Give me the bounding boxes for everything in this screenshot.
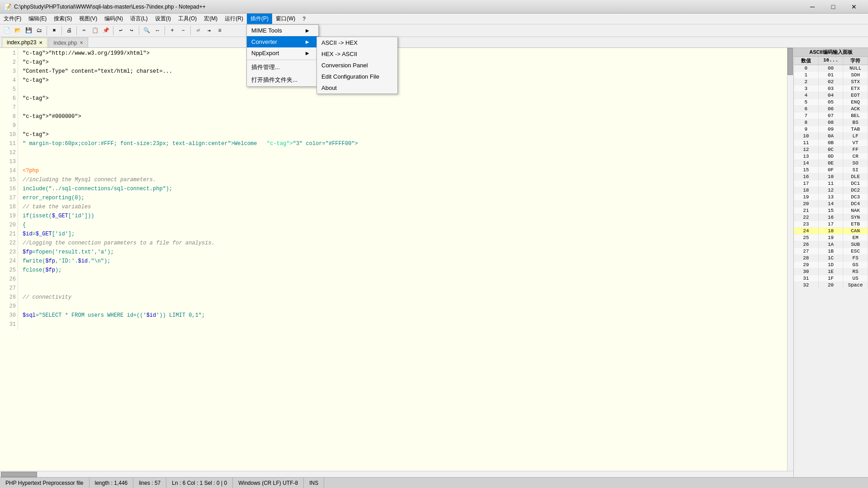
ascii-char: DC2: [843, 187, 868, 193]
format-btn[interactable]: ≡: [215, 26, 225, 36]
code-line: $sql="SELECT * FROM users WHERE id=(('$i…: [23, 312, 205, 319]
paste-btn[interactable]: 📌: [101, 26, 111, 36]
line-numbers: 1234567891011121314151617181920212223242…: [0, 48, 18, 330]
tab-index-php23[interactable]: index.php23 ✕: [2, 38, 47, 47]
new-btn[interactable]: 📄: [2, 26, 12, 36]
menu-language[interactable]: 语言(L): [127, 14, 151, 24]
code-line: $id=$_GET['id'];: [23, 230, 783, 239]
ascii-hex: 02: [819, 79, 844, 85]
code-content[interactable]: "c-tag">"http://www.w3.org/1999/xhtml">"…: [19, 48, 787, 321]
wordwrap-btn[interactable]: ⏎: [193, 26, 203, 36]
menu-macro[interactable]: 宏(M): [200, 14, 221, 24]
ascii-dec: 2: [794, 79, 819, 85]
horizontal-scrollbar[interactable]: [0, 471, 793, 477]
ascii-char: SO: [843, 160, 868, 166]
plugin-dropdown[interactable]: MIME Tools ▶ Converter ▶ NppExport ▶ 插件管…: [246, 24, 319, 87]
ascii-char: ETB: [843, 221, 868, 227]
ascii-char: Space: [843, 282, 868, 288]
tabs-bar: index.php23 ✕ index.php ✕: [0, 37, 868, 48]
plugin-item-manage[interactable]: 插件管理...: [247, 61, 318, 74]
tab-label-1: index.php23: [7, 39, 36, 46]
ascii-row: 4 04 EOT: [794, 92, 868, 99]
code-line: fclose($fp);: [23, 266, 783, 275]
ascii-char: NULL: [843, 65, 868, 71]
open-btn[interactable]: 📂: [13, 26, 23, 36]
ascii-panel-header: ASCII编码输入面板: [794, 48, 868, 57]
status-position: Ln : 6 Col : 1 Sel : 0 | 0: [166, 478, 233, 488]
minimize-button[interactable]: ─: [802, 0, 823, 14]
ascii-char: CR: [843, 153, 868, 160]
plugin-item-mimetools[interactable]: MIME Tools ▶: [247, 25, 318, 36]
undo-btn[interactable]: ↩: [116, 26, 126, 36]
ascii-char: CAN: [843, 228, 868, 234]
menu-edit[interactable]: 编辑(E): [25, 14, 50, 24]
ascii-char: ETX: [843, 85, 868, 92]
close-btn[interactable]: ✖: [49, 26, 59, 36]
tab-close-2[interactable]: ✕: [80, 40, 83, 45]
ascii-char: BEL: [843, 113, 868, 119]
converter-item-hex-ascii[interactable]: HEX -> ASCII: [317, 48, 397, 60]
converter-item-panel[interactable]: Conversion Panel: [317, 60, 397, 71]
close-button[interactable]: ✕: [844, 0, 864, 14]
ascii-row: 2 02 STX: [794, 79, 868, 85]
menu-settings[interactable]: 设置(I): [151, 14, 175, 24]
ascii-dec: 29: [794, 262, 819, 268]
menu-view[interactable]: 视图(V): [75, 14, 101, 24]
submenu-arrow-nppexport: ▶: [306, 51, 309, 56]
ascii-hex: 1F: [819, 275, 844, 282]
indent-btn[interactable]: ⇥: [204, 26, 214, 36]
replace-btn[interactable]: ↔: [152, 26, 162, 36]
tab-label-2: index.php: [53, 40, 77, 46]
save-btn[interactable]: 💾: [24, 26, 33, 36]
ascii-hex: 09: [819, 126, 844, 132]
ascii-col-dec: 数值: [794, 57, 819, 65]
code-line: [23, 121, 783, 130]
find-btn[interactable]: 🔍: [142, 26, 151, 36]
print-btn[interactable]: 🖨: [64, 26, 74, 36]
converter-item-edit-config[interactable]: Edit Configuration File: [317, 71, 397, 82]
menu-help[interactable]: ?: [299, 14, 309, 24]
plugin-item-converter[interactable]: Converter ▶: [247, 36, 318, 47]
ascii-char: DC3: [843, 194, 868, 200]
ascii-row: 16 10 DLE: [794, 174, 868, 180]
menu-plugins[interactable]: 插件(P): [247, 14, 272, 24]
tab-close-1[interactable]: ✕: [39, 40, 42, 45]
ascii-dec: 25: [794, 235, 819, 241]
cut-btn[interactable]: ✂: [79, 26, 89, 36]
code-line: fclose($fp);: [23, 267, 61, 273]
ascii-row: 19 13 DC3: [794, 194, 868, 201]
menu-window[interactable]: 窗口(W): [272, 14, 299, 24]
menu-bar: 文件(F) 编辑(E) 搜索(S) 视图(V) 编码(N) 语言(L) 设置(I…: [0, 14, 868, 24]
menu-run[interactable]: 运行(R): [221, 14, 247, 24]
save-all-btn[interactable]: 🗂: [34, 26, 44, 36]
ascii-hex: 07: [819, 113, 844, 119]
submenu-arrow-converter: ▶: [306, 39, 309, 44]
converter-item-ascii-hex[interactable]: ASCII -> HEX: [317, 37, 397, 48]
ascii-dec: 15: [794, 167, 819, 173]
ascii-row: 18 12 DC2: [794, 187, 868, 194]
zoom-out-btn[interactable]: −: [178, 26, 188, 36]
ascii-hex: 0D: [819, 153, 844, 160]
redo-btn[interactable]: ↪: [127, 26, 137, 36]
converter-submenu[interactable]: ASCII -> HEX HEX -> ASCII Conversion Pan…: [316, 37, 398, 94]
toolbar-sep-1: [47, 26, 47, 35]
zoom-in-btn[interactable]: +: [167, 26, 177, 36]
ascii-char: DC4: [843, 201, 868, 207]
menu-file[interactable]: 文件(F): [0, 14, 25, 24]
plugin-item-open-folder[interactable]: 打开插件文件夹...: [247, 74, 318, 86]
code-editor[interactable]: 1234567891011121314151617181920212223242…: [0, 48, 793, 477]
menu-tools[interactable]: 工具(O): [175, 14, 200, 24]
vertical-scrollbar[interactable]: [787, 48, 793, 477]
ascii-dec: 7: [794, 113, 819, 119]
maximize-button[interactable]: □: [823, 0, 844, 14]
plugin-item-nppexport[interactable]: NppExport ▶: [247, 47, 318, 59]
tab-index-php[interactable]: index.php ✕: [48, 38, 88, 47]
converter-item-about[interactable]: About: [317, 82, 397, 94]
menu-search[interactable]: 搜索(S): [50, 14, 75, 24]
copy-btn[interactable]: 📋: [90, 26, 100, 36]
menu-encode[interactable]: 编码(N): [101, 14, 127, 24]
ascii-dec: 13: [794, 153, 819, 160]
scrollbar-thumb[interactable]: [788, 48, 793, 75]
h-scrollbar-thumb[interactable]: [1, 472, 37, 477]
ascii-row: 11 0B VT: [794, 140, 868, 146]
